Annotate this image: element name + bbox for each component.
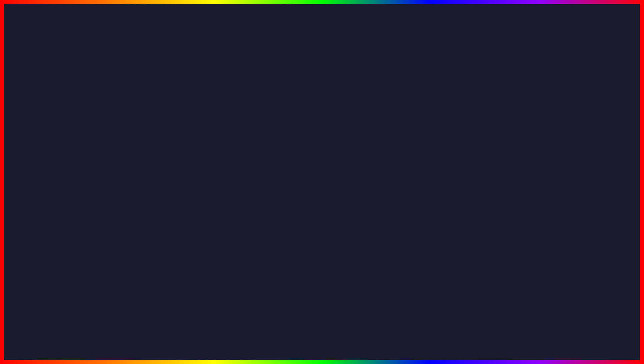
nav-player[interactable]: Player <box>71 95 82 99</box>
trials-panel: Auto Complete Angel Trial Auto Complete … <box>487 177 601 230</box>
auto-death-step-hop[interactable]: Auto Death Step Hop <box>59 222 117 227</box>
weapon-type-select[interactable]: Melee <box>121 115 180 121</box>
position-input[interactable] <box>121 236 148 242</box>
ll-aura[interactable]: ll Aura <box>543 146 601 152</box>
trial-human[interactable]: Auto Complete Human Trial <box>491 208 597 216</box>
sep5 <box>121 187 180 187</box>
sea2-property: sea 2 : ✗ <box>543 164 601 170</box>
right-header-tab-2[interactable]: di <box>495 102 498 106</box>
auto-farm-material[interactable]: Auto Farm Material <box>59 162 117 167</box>
auto-skill-c[interactable]: ▸ Auto Skill C <box>121 203 180 207</box>
kill-at-label: Kill At: 25 <box>59 141 117 146</box>
auto-next-island[interactable]: Auto Next Island <box>543 141 601 146</box>
auto-farm-checkbox[interactable]: Auto Farm <box>59 109 117 114</box>
awaken[interactable]: Awaken <box>543 152 601 157</box>
id-property-section: id Property <box>543 160 601 164</box>
header-tab-2[interactable]: F... <box>83 89 88 93</box>
trial-cyborg[interactable]: Auto Complete Cyborg Trial <box>491 199 597 207</box>
right-nav-dungeon[interactable]: Dungeon <box>521 109 536 113</box>
auto-gun-mastery[interactable]: Auto Gun Mastery <box>59 130 117 135</box>
auto-set-home[interactable]: Auto Set Home <box>121 143 180 149</box>
right-nav-player[interactable]: Player <box>493 109 503 113</box>
fast-attack-delay-input[interactable] <box>121 225 148 231</box>
select-material-label: Select Material <box>59 148 117 154</box>
auto-farm-all-boss[interactable]: Auto Farm All Boss <box>59 193 117 199</box>
dungeon-property-section: Dungeon Property <box>543 118 601 122</box>
select-boss-label: Select Boss <box>59 169 117 175</box>
bottom-script: SCRIPT <box>311 328 398 354</box>
sep-right <box>543 158 601 158</box>
auto-farm-ken-hop[interactable]: Auto Farm Ken Hop <box>59 125 117 130</box>
auto-skill-v[interactable]: ▸ Auto Skill V <box>121 207 180 212</box>
super-fast-attack[interactable]: Super Fast Attack <box>121 154 180 159</box>
select-raid-chip-label: Select Raid Chip <box>543 122 601 128</box>
main-title: BLOX FRUITS <box>0 7 644 60</box>
auto-farm-section: Auto Farm <box>59 104 117 108</box>
nav-main[interactable]: Main <box>59 95 67 99</box>
auto-use-awakening-check[interactable]: ▸ Auto Use Awakening <box>121 134 180 139</box>
auto-electric-claw[interactable]: Auto Electric Claw <box>59 238 117 243</box>
header-tab-cframe[interactable]: CFrame Hub <box>59 89 80 93</box>
select-weapon-section: Select Weapon <box>121 104 180 108</box>
trial-rabbit[interactable]: Auto Complete Rabbit Trial <box>491 190 597 198</box>
sep6 <box>121 213 180 213</box>
auto-farm-boss[interactable]: Auto Farm Boss <box>59 188 117 193</box>
refresh-boss[interactable]: Refresh Boss <box>59 183 117 188</box>
auto-godhuman[interactable]: Auto Godhuman <box>59 211 117 217</box>
nav-status[interactable]: Status <box>143 95 154 99</box>
auto-fully-raid[interactable]: Auto Fully Raid <box>480 128 538 133</box>
right-panel-header: CFra... di <box>478 101 603 108</box>
auto-buy-chip[interactable]: Auto Buy Chip <box>543 136 601 141</box>
auto-farm-closest[interactable]: Auto Farm Closest <box>59 114 117 119</box>
auto-dungeon-section: Auto Dungeon <box>480 118 538 122</box>
boss-select[interactable]: Select Boss <box>59 175 117 182</box>
property-section: Property <box>121 125 180 129</box>
right-nav-island[interactable]: Island <box>507 109 517 113</box>
right-nav-misc[interactable]: Misc. <box>552 109 561 113</box>
auto-law-raid[interactable]: Auto Law Raid <box>480 133 538 138</box>
auto-melee-section: Auto Melee <box>59 201 117 205</box>
auto-ken-check[interactable]: ■ Auto Ken <box>121 139 180 143</box>
right-nav-main[interactable]: Main <box>480 109 489 113</box>
nav-misc[interactable]: Misc. <box>131 95 140 99</box>
auto-raid[interactable]: Auto Raid <box>480 122 538 128</box>
trial-ghoul[interactable]: Auto Complete Ghoul Trial <box>491 217 597 225</box>
auto-sharkman-karate[interactable]: Auto Sharkman Karate <box>59 227 117 233</box>
right-header-tab-1[interactable]: CFra... <box>480 102 492 106</box>
raid-chip-select[interactable]: Select Raid Chip <box>543 128 601 135</box>
close-damage-popup[interactable]: Close damage pop up <box>121 175 180 181</box>
nav-shop[interactable]: Shop <box>118 95 127 99</box>
bring-mob[interactable]: Bring Mob <box>121 159 180 165</box>
auto-death-step[interactable]: Auto Death Step <box>59 217 117 222</box>
deco-ball <box>167 274 207 314</box>
disable-notifications[interactable]: Disable Notifications <box>121 170 180 175</box>
auto-sharkman-karate-hop[interactable]: Auto Sharkman Karate Hop <box>59 233 117 238</box>
sea2-cross: ✗ <box>508 139 511 143</box>
auto-fruit-mastery[interactable]: Auto Fruit Mastery <box>59 135 117 141</box>
sep3 <box>59 200 117 200</box>
no-clip[interactable]: No Clip <box>121 149 180 154</box>
logo-bottom-right: ☠ x FRUITS <box>553 331 631 354</box>
fast-attack-delay-label: Fast Attack Delay: <box>121 219 180 225</box>
left-panel-content: Auto Farm Auto Farm Auto Farm Closest Au… <box>57 101 182 249</box>
nav-dungeon[interactable]: Dungeon <box>99 95 114 99</box>
race-v4-label: RACE V4 <box>90 72 165 92</box>
auto-buso-check[interactable]: ▸ Auto Buso <box>121 129 180 134</box>
material-select[interactable]: Select Material <box>59 154 117 161</box>
right-nav-shop[interactable]: Shop <box>540 109 548 113</box>
nav-island[interactable]: Island <box>86 95 95 99</box>
auto-skill-x[interactable]: ▸ Auto Skill X <box>121 198 180 203</box>
auto-skill-section: Auto Skill <box>121 189 180 193</box>
right-right-col: Dungeon Property Select Raid Chip Select… <box>541 114 603 172</box>
bottom-text-area: AUTO FARM SCRIPT PASTEBIN <box>0 321 644 356</box>
auto-skill-z[interactable]: ▸ Auto Skill Z <box>121 193 180 198</box>
auto-superhuman[interactable]: Auto Superhuman <box>59 206 117 211</box>
right-nav-status[interactable]: Status <box>565 109 575 113</box>
trial-angel[interactable]: Auto Complete Angel Trial <box>491 181 597 189</box>
left-column: Auto Farm Auto Farm Auto Farm Closest Au… <box>57 101 119 249</box>
work-on-sea2: Work on sea 2 : ✗ <box>480 138 538 144</box>
auto-rejoin[interactable]: Auto Rejoin <box>121 181 180 186</box>
auto-trial-label: AUTO TRIAL <box>493 72 597 92</box>
white-screen[interactable]: White Screen <box>121 165 180 170</box>
auto-farm-ken[interactable]: Auto Farm Ken <box>59 119 117 125</box>
